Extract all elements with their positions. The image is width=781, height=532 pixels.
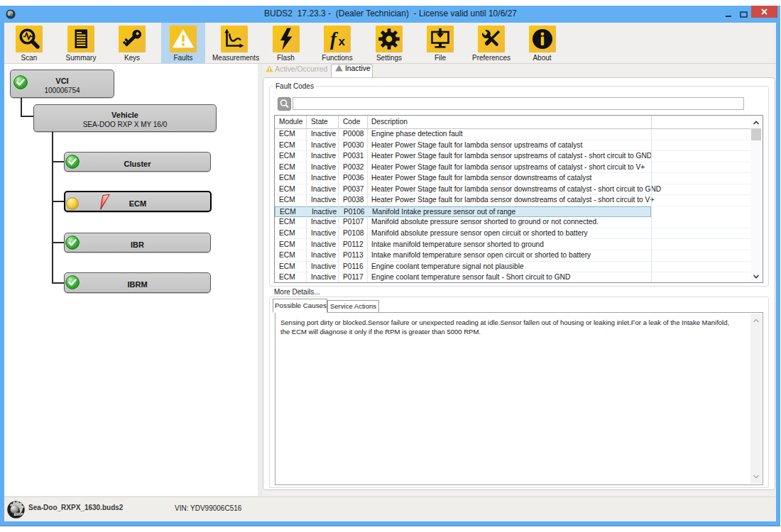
svg-text:x: x [339, 35, 346, 48]
svg-text:BRP: BRP [14, 512, 24, 516]
